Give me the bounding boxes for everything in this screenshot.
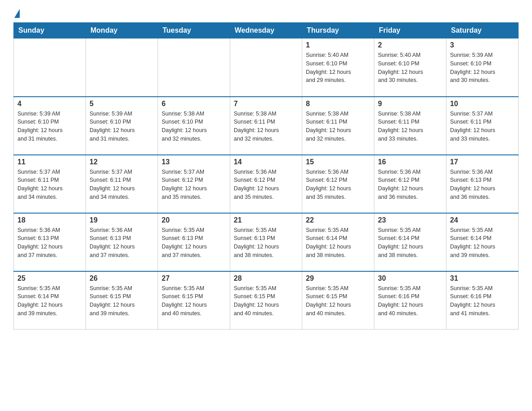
day-number: 14: [234, 158, 298, 166]
day-of-week-header: Saturday: [446, 23, 519, 39]
calendar-cell: 22Sunrise: 5:35 AM Sunset: 6:14 PM Dayli…: [302, 213, 374, 271]
day-info: Sunrise: 5:38 AM Sunset: 6:11 PM Dayligh…: [378, 110, 442, 143]
day-info: Sunrise: 5:39 AM Sunset: 6:10 PM Dayligh…: [17, 110, 82, 143]
day-number: 9: [378, 100, 442, 108]
day-info: Sunrise: 5:37 AM Sunset: 6:11 PM Dayligh…: [450, 110, 515, 143]
calendar-cell: 2Sunrise: 5:40 AM Sunset: 6:10 PM Daylig…: [374, 39, 446, 97]
calendar-table: SundayMondayTuesdayWednesdayThursdayFrid…: [13, 22, 519, 330]
calendar-cell: 11Sunrise: 5:37 AM Sunset: 6:11 PM Dayli…: [14, 155, 86, 213]
day-info: Sunrise: 5:35 AM Sunset: 6:15 PM Dayligh…: [90, 284, 154, 318]
day-info: Sunrise: 5:35 AM Sunset: 6:15 PM Dayligh…: [306, 284, 370, 318]
logo: [13, 9, 20, 18]
day-info: Sunrise: 5:35 AM Sunset: 6:15 PM Dayligh…: [234, 284, 298, 318]
day-number: 25: [17, 274, 82, 283]
calendar-header-row: SundayMondayTuesdayWednesdayThursdayFrid…: [14, 23, 519, 39]
day-number: 28: [234, 274, 298, 283]
day-info: Sunrise: 5:35 AM Sunset: 6:14 PM Dayligh…: [17, 284, 82, 318]
calendar-cell: 31Sunrise: 5:35 AM Sunset: 6:16 PM Dayli…: [446, 271, 519, 330]
day-number: 19: [90, 216, 154, 224]
day-of-week-header: Friday: [374, 23, 446, 39]
day-number: 1: [306, 41, 370, 49]
calendar-cell: 6Sunrise: 5:38 AM Sunset: 6:10 PM Daylig…: [158, 97, 230, 155]
day-number: 11: [17, 158, 82, 166]
day-info: Sunrise: 5:35 AM Sunset: 6:13 PM Dayligh…: [162, 226, 226, 260]
day-info: Sunrise: 5:35 AM Sunset: 6:16 PM Dayligh…: [378, 284, 442, 318]
day-of-week-header: Monday: [86, 23, 158, 39]
day-number: 13: [162, 158, 226, 166]
calendar-cell: 27Sunrise: 5:35 AM Sunset: 6:15 PM Dayli…: [158, 271, 230, 330]
day-info: Sunrise: 5:39 AM Sunset: 6:10 PM Dayligh…: [450, 51, 515, 85]
day-info: Sunrise: 5:35 AM Sunset: 6:13 PM Dayligh…: [234, 226, 298, 260]
calendar-cell: 14Sunrise: 5:36 AM Sunset: 6:12 PM Dayli…: [230, 155, 302, 213]
day-of-week-header: Sunday: [14, 23, 86, 39]
day-number: 30: [378, 274, 442, 283]
day-number: 24: [450, 216, 515, 224]
day-number: 31: [450, 274, 515, 283]
calendar-cell: 18Sunrise: 5:36 AM Sunset: 6:13 PM Dayli…: [14, 213, 86, 271]
day-number: 2: [378, 41, 442, 49]
day-info: Sunrise: 5:35 AM Sunset: 6:14 PM Dayligh…: [378, 226, 442, 260]
calendar-cell: 25Sunrise: 5:35 AM Sunset: 6:14 PM Dayli…: [14, 271, 86, 330]
calendar-cell: 24Sunrise: 5:35 AM Sunset: 6:14 PM Dayli…: [446, 213, 519, 271]
day-info: Sunrise: 5:37 AM Sunset: 6:12 PM Dayligh…: [162, 168, 226, 201]
calendar-cell: [158, 39, 230, 97]
calendar-cell: [14, 39, 86, 97]
calendar-cell: 7Sunrise: 5:38 AM Sunset: 6:11 PM Daylig…: [230, 97, 302, 155]
day-info: Sunrise: 5:36 AM Sunset: 6:12 PM Dayligh…: [378, 168, 442, 201]
day-number: 7: [234, 100, 298, 108]
day-number: 5: [90, 100, 154, 108]
day-info: Sunrise: 5:37 AM Sunset: 6:11 PM Dayligh…: [17, 168, 82, 201]
day-of-week-header: Thursday: [302, 23, 374, 39]
day-info: Sunrise: 5:36 AM Sunset: 6:13 PM Dayligh…: [90, 226, 154, 260]
day-info: Sunrise: 5:37 AM Sunset: 6:11 PM Dayligh…: [90, 168, 154, 201]
calendar-cell: 3Sunrise: 5:39 AM Sunset: 6:10 PM Daylig…: [446, 39, 519, 97]
calendar-cell: 9Sunrise: 5:38 AM Sunset: 6:11 PM Daylig…: [374, 97, 446, 155]
day-info: Sunrise: 5:35 AM Sunset: 6:14 PM Dayligh…: [306, 226, 370, 260]
day-number: 27: [162, 274, 226, 283]
day-info: Sunrise: 5:38 AM Sunset: 6:10 PM Dayligh…: [162, 110, 226, 143]
day-number: 15: [306, 158, 370, 166]
calendar-cell: 8Sunrise: 5:38 AM Sunset: 6:11 PM Daylig…: [302, 97, 374, 155]
calendar-cell: 1Sunrise: 5:40 AM Sunset: 6:10 PM Daylig…: [302, 39, 374, 97]
calendar-cell: 13Sunrise: 5:37 AM Sunset: 6:12 PM Dayli…: [158, 155, 230, 213]
day-number: 23: [378, 216, 442, 224]
day-info: Sunrise: 5:35 AM Sunset: 6:14 PM Dayligh…: [450, 226, 515, 260]
day-number: 26: [90, 274, 154, 283]
day-number: 22: [306, 216, 370, 224]
day-info: Sunrise: 5:36 AM Sunset: 6:13 PM Dayligh…: [17, 226, 82, 260]
day-number: 12: [90, 158, 154, 166]
calendar-cell: 10Sunrise: 5:37 AM Sunset: 6:11 PM Dayli…: [446, 97, 519, 155]
day-info: Sunrise: 5:36 AM Sunset: 6:13 PM Dayligh…: [450, 168, 515, 201]
calendar-cell: 28Sunrise: 5:35 AM Sunset: 6:15 PM Dayli…: [230, 271, 302, 330]
day-info: Sunrise: 5:39 AM Sunset: 6:10 PM Dayligh…: [90, 110, 154, 143]
day-of-week-header: Wednesday: [230, 23, 302, 39]
calendar-cell: 23Sunrise: 5:35 AM Sunset: 6:14 PM Dayli…: [374, 213, 446, 271]
calendar-week-row: 1Sunrise: 5:40 AM Sunset: 6:10 PM Daylig…: [14, 39, 519, 97]
calendar-cell: 16Sunrise: 5:36 AM Sunset: 6:12 PM Dayli…: [374, 155, 446, 213]
calendar-cell: 19Sunrise: 5:36 AM Sunset: 6:13 PM Dayli…: [86, 213, 158, 271]
calendar-cell: 17Sunrise: 5:36 AM Sunset: 6:13 PM Dayli…: [446, 155, 519, 213]
calendar-cell: 21Sunrise: 5:35 AM Sunset: 6:13 PM Dayli…: [230, 213, 302, 271]
calendar-cell: 20Sunrise: 5:35 AM Sunset: 6:13 PM Dayli…: [158, 213, 230, 271]
day-info: Sunrise: 5:40 AM Sunset: 6:10 PM Dayligh…: [306, 51, 370, 85]
calendar-week-row: 4Sunrise: 5:39 AM Sunset: 6:10 PM Daylig…: [14, 97, 519, 155]
calendar-week-row: 11Sunrise: 5:37 AM Sunset: 6:11 PM Dayli…: [14, 155, 519, 213]
day-info: Sunrise: 5:35 AM Sunset: 6:15 PM Dayligh…: [162, 284, 226, 318]
day-number: 8: [306, 100, 370, 108]
day-number: 4: [17, 100, 82, 108]
calendar-cell: 30Sunrise: 5:35 AM Sunset: 6:16 PM Dayli…: [374, 271, 446, 330]
day-of-week-header: Tuesday: [158, 23, 230, 39]
calendar-cell: 12Sunrise: 5:37 AM Sunset: 6:11 PM Dayli…: [86, 155, 158, 213]
calendar-cell: 5Sunrise: 5:39 AM Sunset: 6:10 PM Daylig…: [86, 97, 158, 155]
calendar-cell: 15Sunrise: 5:36 AM Sunset: 6:12 PM Dayli…: [302, 155, 374, 213]
day-number: 20: [162, 216, 226, 224]
day-number: 16: [378, 158, 442, 166]
calendar-cell: 26Sunrise: 5:35 AM Sunset: 6:15 PM Dayli…: [86, 271, 158, 330]
day-info: Sunrise: 5:38 AM Sunset: 6:11 PM Dayligh…: [306, 110, 370, 143]
day-number: 18: [17, 216, 82, 224]
calendar-cell: 29Sunrise: 5:35 AM Sunset: 6:15 PM Dayli…: [302, 271, 374, 330]
day-number: 6: [162, 100, 226, 108]
day-number: 10: [450, 100, 515, 108]
logo-triangle-icon: [14, 9, 20, 18]
day-info: Sunrise: 5:36 AM Sunset: 6:12 PM Dayligh…: [306, 168, 370, 201]
